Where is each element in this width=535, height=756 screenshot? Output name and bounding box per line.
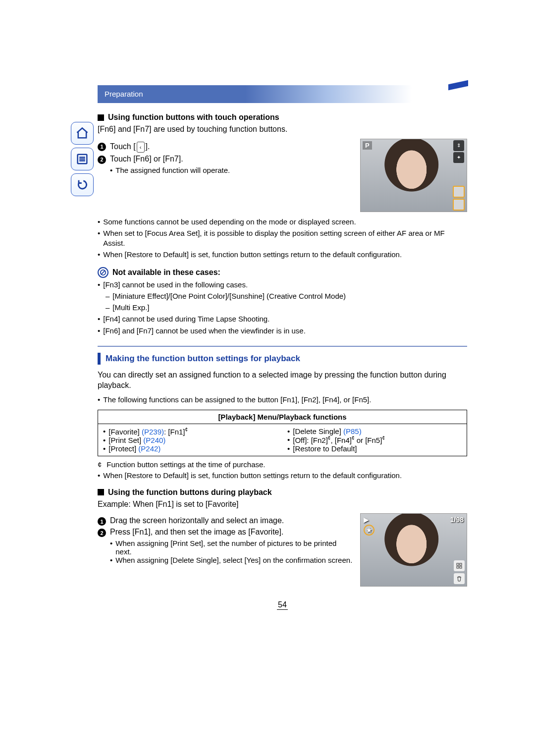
table-row: [Protect] (P242) <box>103 444 277 453</box>
touch-zoom-icon: ⇕ <box>453 140 464 151</box>
link-p85[interactable]: (P85) <box>343 427 362 435</box>
table-header: [Playback] Menu/Playback functions <box>98 410 467 424</box>
not-available-icon <box>98 267 108 278</box>
table-row: [Delete Single] (P85) <box>287 427 462 435</box>
playback-screen-illustration: ▶ ★ 1/98 <box>360 513 467 587</box>
svg-rect-9 <box>460 566 462 568</box>
svg-line-5 <box>101 270 105 274</box>
svg-rect-8 <box>457 566 459 568</box>
step-number-1-icon: 1 <box>98 517 106 526</box>
step-number-2-icon: 2 <box>98 156 106 164</box>
delete-icon <box>454 573 465 584</box>
breadcrumb: Preparation <box>98 85 467 103</box>
not-available-heading: Not available in these cases: <box>98 267 467 278</box>
page-number: 54 <box>98 600 467 609</box>
link-p240[interactable]: (P240) <box>143 436 165 444</box>
table-row: [Restore to Default] <box>287 444 462 453</box>
step-print-set-note: When assigning [Print Set], set the numb… <box>110 539 354 556</box>
star-icon: ★ <box>364 525 374 536</box>
step-touch-fn-note: The assigned function will operate. <box>110 166 354 174</box>
table-row: [Off]: [Fn2]¢, [Fn4]¢ or [Fn5]¢ <box>287 435 462 444</box>
link-p242[interactable]: (P242) <box>138 444 160 453</box>
step-delete-single-note: When assigning [Delete Single], select [… <box>110 556 354 564</box>
step-number-1-icon: 1 <box>98 143 106 151</box>
not-available-list: [Fn3] cannot be used in the following ca… <box>98 280 467 336</box>
touch-notes: Some functions cannot be used depending … <box>98 217 467 260</box>
favorite-star-overlay: ▶ ★ <box>364 516 374 536</box>
link-p239[interactable]: (P239) <box>142 428 164 436</box>
touch-screen-illustration: P ⇕ ✦ <box>360 139 467 212</box>
table-row: [Print Set] (P240) <box>103 436 277 444</box>
table-row: [Favorite] (P239): [Fn1]¢ <box>103 427 277 436</box>
step-touch-tab: 1 Touch [‹]. <box>98 142 354 153</box>
svg-rect-7 <box>460 563 462 565</box>
fn-tab-icon: ‹ <box>137 142 145 153</box>
touch-intro: [Fn6] and [Fn7] are used by touching fun… <box>98 124 467 135</box>
section-divider <box>98 346 467 347</box>
fn6-touch-button <box>453 186 465 198</box>
heading-touch-ops: Using function buttons with touch operat… <box>98 113 467 122</box>
mode-indicator: P <box>363 141 372 150</box>
svg-rect-6 <box>457 563 459 565</box>
step-number-2-icon: 2 <box>98 529 106 537</box>
breadcrumb-label: Preparation <box>98 85 143 98</box>
play-icon: ▶ <box>364 516 374 524</box>
playback-example: Example: When [Fn1] is set to [Favorite] <box>98 499 467 510</box>
heading-playback-settings: Making the function button settings for … <box>98 353 467 365</box>
heading-during-playback: Using the function buttons during playba… <box>98 488 467 497</box>
fn7-touch-button <box>453 199 465 211</box>
footnote-purchase: ¢Function button settings at the time of… <box>98 460 467 469</box>
image-counter: 1/98 <box>450 516 464 524</box>
playback-intro: You can directly set an assigned functio… <box>98 370 467 391</box>
step-press-fn1: 2 Press [Fn1], and then set the image as… <box>98 528 354 537</box>
playback-functions-table: [Playback] Menu/Playback functions [Favo… <box>98 410 467 456</box>
step-drag-select: 1 Drag the screen horizontally and selec… <box>98 516 354 526</box>
touch-ae-icon: ✦ <box>453 152 464 163</box>
thumbnail-grid-icon <box>454 560 465 571</box>
step-touch-fn: 2 Touch [Fn6] or [Fn7]. <box>98 155 354 164</box>
